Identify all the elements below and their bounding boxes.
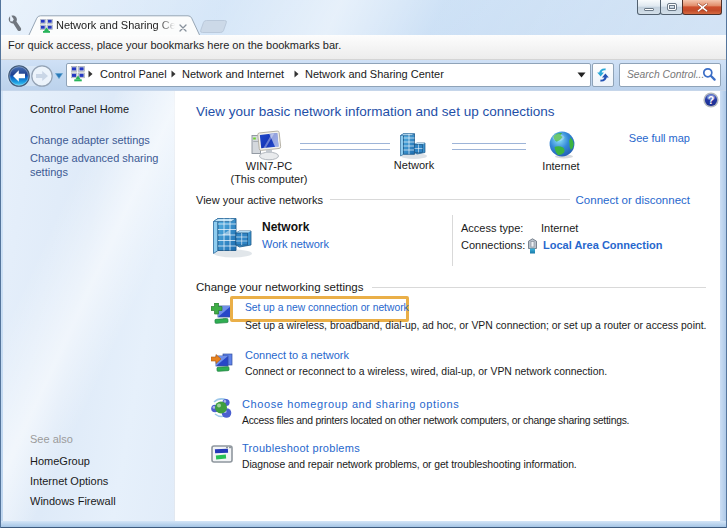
svg-text:?: ?: [708, 94, 714, 106]
